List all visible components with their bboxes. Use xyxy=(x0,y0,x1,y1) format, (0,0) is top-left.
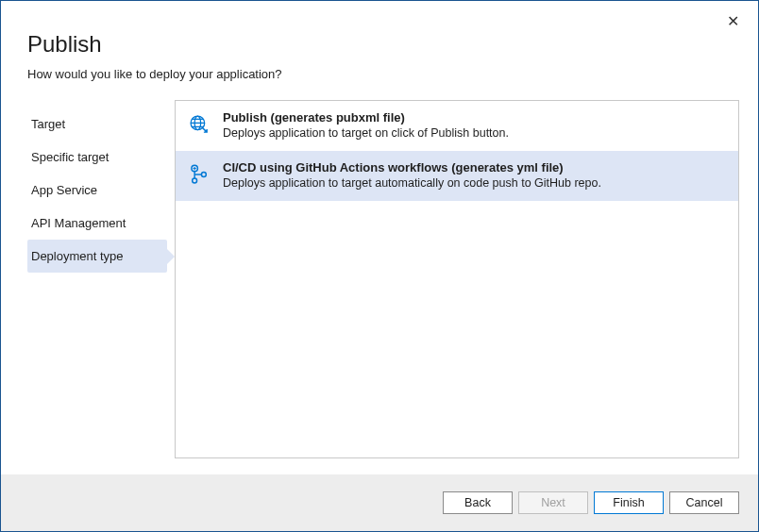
globe-publish-icon xyxy=(187,112,211,137)
option-text: CI/CD using GitHub Actions workflows (ge… xyxy=(223,160,723,190)
sidebar-item-label: Specific target xyxy=(31,150,109,164)
back-button[interactable]: Back xyxy=(443,491,513,514)
footer: Back Next Finish Cancel xyxy=(1,474,758,531)
sidebar-item-label: App Service xyxy=(31,183,97,197)
option-text: Publish (generates pubxml file) Deploys … xyxy=(223,110,723,140)
page-title: Publish xyxy=(27,31,732,58)
option-publish[interactable]: Publish (generates pubxml file) Deploys … xyxy=(176,101,738,151)
option-cicd-github[interactable]: CI/CD using GitHub Actions workflows (ge… xyxy=(176,151,738,201)
next-button: Next xyxy=(518,491,588,514)
sidebar-item-label: Target xyxy=(31,117,65,131)
close-button[interactable]: ✕ xyxy=(719,8,747,34)
sidebar: Target Specific target App Service API M… xyxy=(27,100,167,458)
option-title: CI/CD using GitHub Actions workflows (ge… xyxy=(223,160,723,175)
svg-point-6 xyxy=(201,173,206,177)
close-icon: ✕ xyxy=(727,13,739,29)
content: Target Specific target App Service API M… xyxy=(1,100,758,458)
workflow-icon xyxy=(187,162,211,187)
main-panel: Publish (generates pubxml file) Deploys … xyxy=(175,100,739,458)
option-desc: Deploys application to target on click o… xyxy=(223,126,723,140)
sidebar-item-api-management[interactable]: API Management xyxy=(27,207,167,240)
finish-button[interactable]: Finish xyxy=(594,491,664,514)
page-subtitle: How would you like to deploy your applic… xyxy=(27,67,732,81)
option-desc: Deploys application to target automatica… xyxy=(223,176,723,190)
sidebar-item-target[interactable]: Target xyxy=(27,108,167,141)
sidebar-item-label: Deployment type xyxy=(31,249,124,263)
cancel-button[interactable]: Cancel xyxy=(669,491,739,514)
sidebar-item-label: API Management xyxy=(31,216,126,230)
sidebar-item-specific-target[interactable]: Specific target xyxy=(27,141,167,174)
header: Publish How would you like to deploy you… xyxy=(1,1,758,100)
option-title: Publish (generates pubxml file) xyxy=(223,110,723,125)
svg-point-7 xyxy=(193,178,197,183)
sidebar-item-app-service[interactable]: App Service xyxy=(27,174,167,207)
sidebar-item-deployment-type[interactable]: Deployment type xyxy=(27,240,167,273)
